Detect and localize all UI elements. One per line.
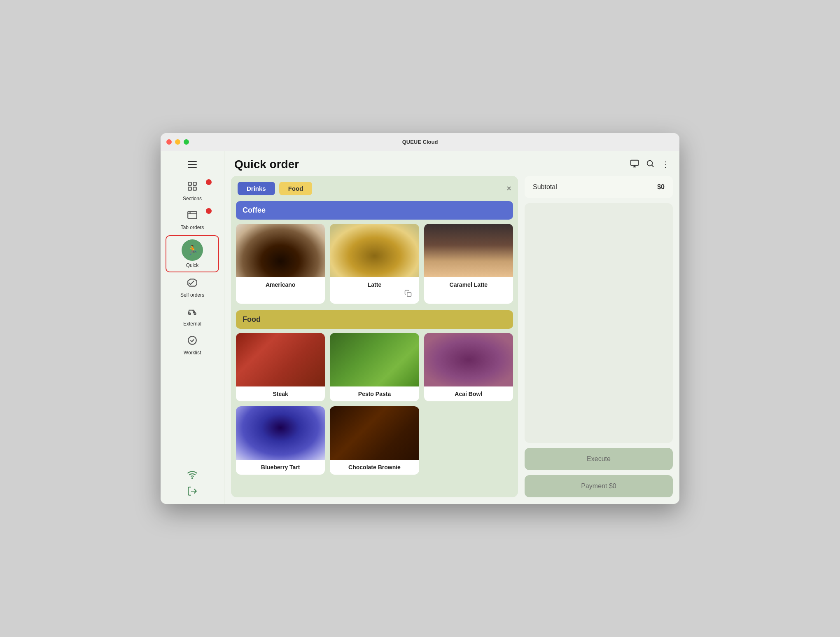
subtotal-value: $0 [657,183,665,191]
close-button[interactable] [166,139,172,145]
execute-button[interactable]: Execute [525,448,673,470]
run-icon: 🏃 [187,245,198,255]
scooter-icon [187,306,198,319]
americano-name: Americano [236,277,325,292]
svg-point-8 [192,478,193,479]
product-card-acai-bowl[interactable]: Acai Bowl [424,333,513,401]
app-window: QUEUE Cloud [161,133,679,504]
svg-point-6 [194,313,196,314]
product-card-caramel-latte[interactable]: Caramel Latte [424,224,513,304]
handshake-icon [187,277,198,290]
pesto-pasta-name: Pesto Pasta [330,386,419,401]
product-card-latte[interactable]: Latte [330,224,419,304]
svg-point-11 [647,160,653,166]
external-label: External [183,321,201,327]
product-card-americano[interactable]: Americano [236,224,325,304]
check-icon [187,335,198,348]
svg-rect-2 [188,187,191,190]
right-panel: Subtotal $0 Execute Payment $0 [525,176,673,497]
subtotal-label: Subtotal [533,183,557,191]
steak-image [236,333,325,386]
payment-button[interactable]: Payment $0 [525,475,673,497]
sections-label: Sections [183,196,202,201]
product-card-chocolate-brownie[interactable]: Chocolate Brownie [330,406,419,475]
filter-bar: Drinks Food × [231,176,518,201]
svg-rect-4 [188,211,197,218]
svg-rect-3 [193,187,196,190]
product-card-blueberry-tart[interactable]: Blueberry Tart [236,406,325,475]
svg-rect-12 [407,293,411,297]
sidebar-item-sections[interactable]: Sections [166,178,219,205]
pesto-pasta-image [330,333,419,386]
hamburger-line [188,167,197,168]
tab-orders-badge [206,208,212,214]
self-orders-label: Self orders [180,292,204,298]
latte-image [330,224,419,277]
tab-orders-label: Tab orders [181,225,204,230]
search-icon[interactable] [646,159,655,170]
hamburger-line [188,164,197,165]
food-category-header: Food [236,310,513,329]
caramel-latte-name: Caramel Latte [424,277,513,292]
close-filter-button[interactable]: × [506,184,511,193]
product-card-pesto-pasta[interactable]: Pesto Pasta [330,333,419,401]
hamburger-line [188,161,197,162]
fullscreen-button[interactable] [184,139,189,145]
sidebar-item-quick[interactable]: 🏃 Quick [166,235,219,272]
body-split: Drinks Food × Coffee Americano [224,176,679,504]
page-title: Quick order [234,158,299,171]
food-filter-button[interactable]: Food [279,182,313,195]
sidebar-bottom [187,469,198,499]
blueberry-tart-image [236,406,325,460]
hamburger-button[interactable] [184,156,201,173]
sidebar-item-tab-orders[interactable]: Tab orders [166,206,219,234]
svg-point-7 [188,336,196,344]
titlebar: QUEUE Cloud [161,133,679,151]
svg-rect-10 [631,160,638,165]
drinks-filter-button[interactable]: Drinks [238,182,275,195]
product-card-steak[interactable]: Steak [236,333,325,401]
subtotal-bar: Subtotal $0 [525,176,673,198]
content-area: Quick order ⋮ [224,151,679,504]
minimize-button[interactable] [175,139,180,145]
tab-icon [187,210,198,223]
caramel-latte-image [424,224,513,277]
traffic-lights [166,139,189,145]
chocolate-brownie-image [330,406,419,460]
copy-icon[interactable] [330,290,415,301]
sidebar-item-external[interactable]: External [166,303,219,330]
wifi-icon[interactable] [187,469,198,482]
main-layout: Sections Tab orders 🏃 Q [161,151,679,504]
steak-name: Steak [236,386,325,401]
header: Quick order ⋮ [224,151,679,176]
header-actions: ⋮ [630,159,670,170]
sidebar: Sections Tab orders 🏃 Q [161,151,224,504]
coffee-product-grid: Americano Latte [236,224,513,304]
logout-icon[interactable] [187,486,198,499]
americano-image [236,224,325,277]
acai-bowl-image [424,333,513,386]
food-product-grid: Steak Pesto Pasta Acai Bowl [236,333,513,475]
more-icon[interactable]: ⋮ [661,159,670,169]
blueberry-tart-name: Blueberry Tart [236,460,325,475]
sidebar-item-self-orders[interactable]: Self orders [166,274,219,301]
svg-rect-1 [193,182,196,185]
window-title: QUEUE Cloud [402,139,438,145]
svg-rect-0 [188,182,191,185]
sections-badge [206,179,212,185]
order-area [525,203,673,443]
quick-label: Quick [186,262,199,268]
monitor-icon[interactable] [630,159,639,170]
worklist-label: Worklist [184,350,201,356]
coffee-category-header: Coffee [236,201,513,220]
product-list: Coffee Americano Latte [231,201,518,497]
acai-bowl-name: Acai Bowl [424,386,513,401]
quick-icon-circle: 🏃 [182,239,203,261]
chocolate-brownie-name: Chocolate Brownie [330,460,419,475]
grid-icon [187,181,198,194]
sidebar-item-worklist[interactable]: Worklist [166,332,219,359]
product-panel: Drinks Food × Coffee Americano [231,176,518,497]
